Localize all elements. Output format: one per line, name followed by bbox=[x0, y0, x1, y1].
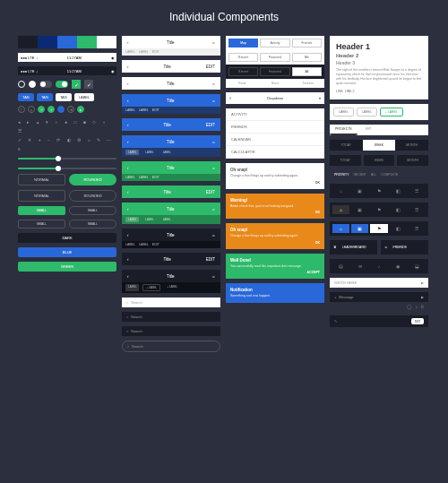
write-input[interactable]: WRITE HERE▶ bbox=[330, 278, 428, 288]
navbar-white: ‹Title⌕ bbox=[122, 77, 220, 90]
menu-item[interactable]: CALENDAR bbox=[226, 134, 324, 146]
chip-dark[interactable]: DARK bbox=[18, 233, 116, 243]
icon-bar: ⌂▣⚑◧☰ bbox=[330, 184, 428, 198]
navbar-white: ‹Title⌕ bbox=[122, 36, 220, 48]
menu-item[interactable]: CALCULATOR bbox=[226, 146, 324, 159]
menu-list: ACTIVITY FRIENDS CALENDAR CALCULATOR bbox=[226, 108, 324, 159]
checkbox-off[interactable]: ✓ bbox=[84, 80, 93, 89]
search-icon: ⌕ bbox=[127, 344, 129, 349]
attach-icon[interactable]: ⎘ bbox=[421, 304, 424, 309]
alert-warning: Warning!Better check that, you're not lo… bbox=[226, 194, 324, 220]
slider[interactable] bbox=[18, 158, 116, 160]
search-icon[interactable]: ⌕ bbox=[212, 40, 215, 45]
status-bar-light: ●●● LTE ⏚11:27AM◉ bbox=[18, 53, 116, 62]
label-pills: LABELLABEL+ LABEL bbox=[330, 104, 428, 120]
toggle-row: ✓ ✓ bbox=[18, 80, 116, 89]
slider[interactable] bbox=[18, 168, 116, 169]
navbar-dark: ‹Title⌕ bbox=[122, 270, 220, 282]
menu-item[interactable]: FRIENDS bbox=[226, 121, 324, 134]
radio-on[interactable] bbox=[29, 81, 36, 88]
btn-normal[interactable]: NORMAL bbox=[18, 174, 65, 185]
alert-success: Well Done!You successfully read this imp… bbox=[226, 254, 324, 280]
tag-white[interactable]: TAG bbox=[56, 93, 72, 101]
btn-rounded[interactable]: ROUNDED bbox=[69, 174, 116, 185]
navbar-blue: ‹Title⌕ bbox=[122, 135, 220, 148]
segmented[interactable]: MapActivityFriends bbox=[226, 36, 324, 50]
page-title: Individual Components bbox=[18, 11, 430, 23]
radio-off[interactable] bbox=[18, 81, 25, 88]
navbar-dark: ‹Title⌕ bbox=[122, 229, 220, 241]
time-segment[interactable]: TODAYWEEKMONTH bbox=[330, 140, 428, 151]
status-icons: ♡○✓✓✕▸ bbox=[18, 106, 116, 113]
search-outline[interactable]: ⌕Search bbox=[122, 341, 220, 352]
navbar-green: ‹TitleEDIT bbox=[122, 185, 220, 198]
btn-small[interactable]: SMALL bbox=[18, 206, 65, 215]
switch-on[interactable] bbox=[56, 81, 68, 88]
navbar-dark: ‹TitleEDIT bbox=[122, 253, 220, 265]
tag-blue[interactable]: TAG bbox=[18, 93, 34, 101]
btn-rounded[interactable]: ROUNDED bbox=[69, 190, 116, 202]
mic-icon[interactable]: ♪ bbox=[416, 304, 418, 309]
navbar-green: ‹Title⌕ bbox=[122, 203, 220, 215]
accept-button[interactable]: ACCEPT bbox=[230, 271, 320, 274]
ok-button[interactable]: OK bbox=[230, 181, 320, 185]
navbar-blue: ‹TitleEDIT bbox=[122, 118, 220, 131]
switch-off[interactable] bbox=[39, 81, 52, 88]
btn-small[interactable]: SMALL bbox=[69, 206, 116, 215]
back-icon[interactable]: ‹ bbox=[127, 40, 129, 45]
checkbox-on[interactable]: ✓ bbox=[72, 80, 81, 89]
go-input[interactable]: ✎GO bbox=[330, 315, 428, 327]
navbar-blue: ‹Title⌕ bbox=[122, 94, 220, 107]
filter-tabs: PRIORITYRECENTALLCOMPLETE bbox=[330, 170, 428, 179]
chip-blue[interactable]: BLUE bbox=[18, 247, 116, 257]
search-icon: ⌕ bbox=[126, 300, 128, 305]
tabs-projects: PROJECTSWIP bbox=[330, 125, 428, 135]
chip-green[interactable]: GREEN bbox=[18, 262, 116, 272]
leaderboard-tabs: ♛ LEADERBOARD ☺ FRIENDS bbox=[330, 240, 428, 254]
status-bar-dark: ●●● LTE ⏚11:27AM◉ bbox=[18, 66, 116, 75]
alert-default: Oh snap!Change a few things up and try s… bbox=[226, 163, 324, 189]
search-icon: ⌕ bbox=[126, 329, 128, 333]
btn-small[interactable]: SMALL bbox=[18, 220, 65, 229]
text-card: Header 1Header 2Header 3 The sight of th… bbox=[330, 36, 428, 99]
alert-info: NotificationSomething cool was happen. bbox=[226, 283, 324, 303]
navbar-green: ‹Title⌕ bbox=[122, 161, 220, 174]
tag-blue[interactable]: TAG bbox=[37, 93, 53, 101]
message-input[interactable]: +Message▶ bbox=[330, 292, 428, 302]
chevron-down-icon: ▾ bbox=[319, 96, 321, 100]
navbar-white: ‹TitleEDIT bbox=[122, 60, 220, 73]
search-dark[interactable]: ⌕Search bbox=[122, 312, 220, 322]
ok-button[interactable]: OK bbox=[230, 241, 320, 245]
menu-item[interactable]: ACTIVITY bbox=[226, 108, 324, 121]
search-dark[interactable]: ⌕Search bbox=[122, 326, 220, 336]
tag-white[interactable]: LABEL bbox=[74, 93, 94, 101]
icon-glyphs: ◂ ▸ ▴ ▾ ○ ● □ ■ ◇ ⭑ ☰✓ ✕ + − ⟳ ◐ ⚙ ⌕ ✎ ⋯… bbox=[18, 117, 116, 153]
ok-button[interactable]: OK bbox=[230, 211, 320, 214]
dropdown[interactable]: ≡Dropdown▾ bbox=[226, 92, 324, 104]
btn-normal[interactable]: NORMAL bbox=[18, 190, 65, 202]
btn-small[interactable]: SMALL bbox=[69, 220, 116, 229]
search-light[interactable]: ⌕Search bbox=[122, 298, 220, 307]
search-icon: ⌕ bbox=[126, 315, 128, 319]
camera-icon[interactable]: ◯ bbox=[407, 304, 412, 309]
color-palette bbox=[18, 36, 116, 48]
home-icon[interactable]: ⌂ bbox=[332, 186, 349, 195]
alert-warning: Oh snap!Change a few things up and try s… bbox=[226, 223, 324, 249]
